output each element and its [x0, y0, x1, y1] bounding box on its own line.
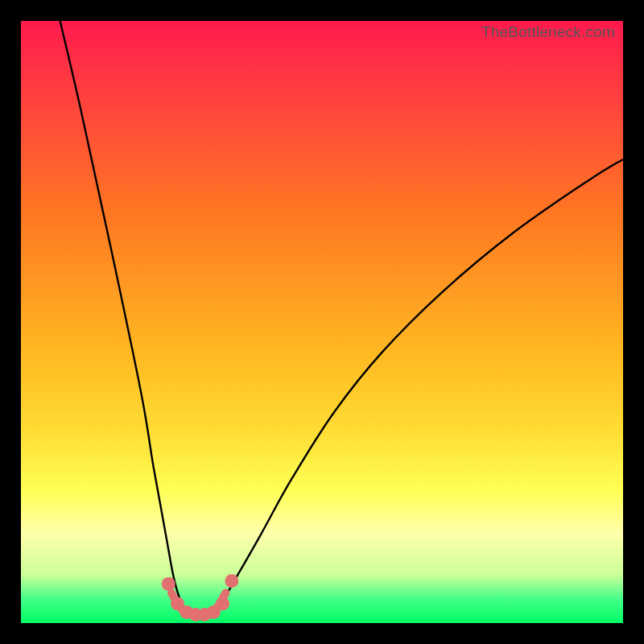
markers-group [162, 574, 239, 621]
markers-layer [21, 21, 623, 623]
plot-area: TheBottleneck.com [21, 21, 623, 623]
marker-point [225, 574, 238, 588]
marker-point [216, 597, 229, 611]
chart-container: TheBottleneck.com [0, 0, 644, 644]
marker-point [162, 577, 175, 591]
